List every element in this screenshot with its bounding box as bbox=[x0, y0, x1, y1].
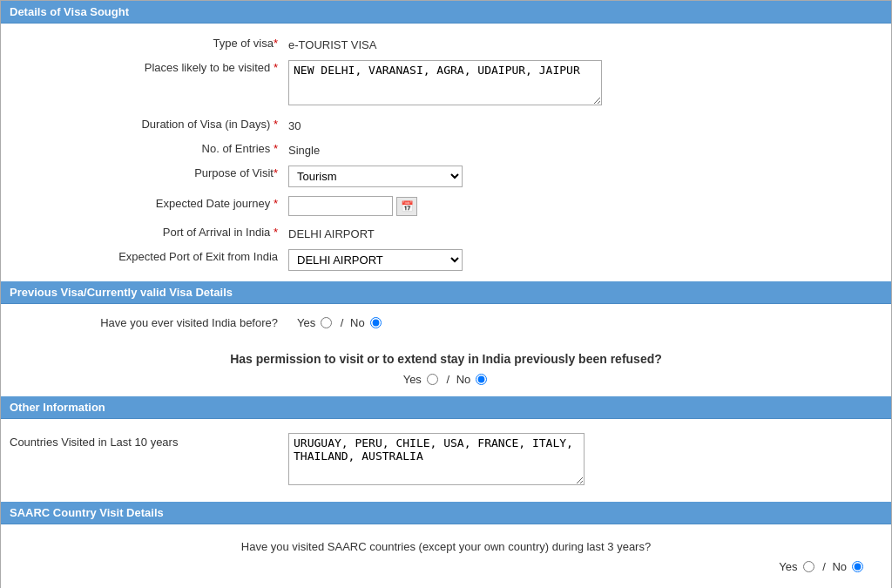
type-of-visa-label: Type of visa* bbox=[10, 34, 288, 50]
visa-details-body: Type of visa* e-TOURIST VISA Places like… bbox=[1, 24, 891, 281]
entries-label: No. of Entries * bbox=[10, 139, 288, 155]
duration-value: 30 bbox=[288, 115, 882, 132]
saarc-body: Have you visited SAARC countries (except… bbox=[1, 524, 891, 588]
journey-date-value: 11/04/2016 📅 bbox=[288, 194, 882, 216]
purpose-value: Tourism Business Medical Conference bbox=[288, 164, 882, 187]
entries-row: No. of Entries * Single bbox=[1, 136, 891, 160]
refused-yes-radio[interactable] bbox=[427, 374, 438, 385]
saarc-title: SAARC Country Visit Details bbox=[10, 506, 164, 519]
visa-details-title: Details of Visa Sought bbox=[10, 5, 129, 18]
calendar-button[interactable]: 📅 bbox=[396, 197, 417, 216]
countries-textarea[interactable]: URUGUAY, PERU, CHILE, USA, FRANCE, ITALY… bbox=[288, 433, 585, 485]
visited-india-row: Have you ever visited India before? Yes … bbox=[1, 311, 891, 335]
calendar-icon: 📅 bbox=[401, 200, 414, 213]
visited-india-no-radio[interactable] bbox=[370, 317, 382, 328]
purpose-select[interactable]: Tourism Business Medical Conference bbox=[288, 166, 463, 187]
countries-label: Countries Visited in Last 10 years bbox=[10, 433, 288, 449]
visa-details-header: Details of Visa Sought bbox=[1, 1, 891, 24]
countries-value: URUGUAY, PERU, CHILE, USA, FRANCE, ITALY… bbox=[288, 433, 585, 488]
refused-no-radio[interactable] bbox=[476, 374, 487, 385]
places-textarea[interactable]: NEW DELHI, VARANASI, AGRA, UDAIPUR, JAIP… bbox=[288, 60, 602, 105]
entries-value: Single bbox=[288, 139, 882, 157]
other-info-body: Countries Visited in Last 10 years URUGU… bbox=[1, 419, 891, 502]
port-exit-label: Expected Port of Exit from India bbox=[10, 247, 288, 263]
previous-visa-header: Previous Visa/Currently valid Visa Detai… bbox=[1, 281, 891, 304]
previous-visa-body: Have you ever visited India before? Yes … bbox=[1, 304, 891, 341]
port-arrival-label: Port of Arrival in India * bbox=[10, 223, 288, 239]
saarc-header: SAARC Country Visit Details bbox=[1, 502, 891, 524]
places-label: Places likely to be visited * bbox=[10, 58, 288, 74]
saarc-radios: Yes / No bbox=[1, 557, 891, 582]
visited-india-yes-radio[interactable] bbox=[321, 317, 332, 328]
port-exit-row: Expected Port of Exit from India DELHI A… bbox=[1, 244, 891, 274]
visited-india-label: Have you ever visited India before? bbox=[10, 316, 288, 329]
saarc-question: Have you visited SAARC countries (except… bbox=[1, 531, 891, 557]
port-arrival-row: Port of Arrival in India * DELHI AIRPORT bbox=[1, 220, 891, 244]
date-wrapper: 11/04/2016 📅 bbox=[288, 196, 882, 216]
type-of-visa-row: Type of visa* e-TOURIST VISA bbox=[1, 30, 891, 55]
other-info-title: Other Information bbox=[10, 401, 105, 414]
duration-row: Duration of Visa (in Days) * 30 bbox=[1, 112, 891, 136]
journey-date-input[interactable]: 11/04/2016 bbox=[288, 196, 393, 216]
places-value: NEW DELHI, VARANASI, AGRA, UDAIPUR, JAIP… bbox=[288, 58, 882, 108]
port-exit-select[interactable]: DELHI AIRPORT MUMBAI AIRPORT CHENNAI AIR… bbox=[288, 249, 463, 271]
places-row: Places likely to be visited * NEW DELHI,… bbox=[1, 55, 891, 112]
saarc-no-radio[interactable] bbox=[852, 561, 863, 572]
journey-date-label: Expected Date journey * bbox=[10, 194, 288, 210]
port-arrival-value: DELHI AIRPORT bbox=[288, 223, 882, 240]
previous-visa-title: Previous Visa/Currently valid Visa Detai… bbox=[10, 286, 233, 299]
journey-date-row: Expected Date journey * 11/04/2016 📅 bbox=[1, 191, 891, 220]
refused-question: Has permission to visit or to extend sta… bbox=[1, 341, 891, 369]
purpose-row: Purpose of Visit* Tourism Business Medic… bbox=[1, 160, 891, 191]
saarc-yes-radio[interactable] bbox=[803, 561, 814, 572]
type-of-visa-value: e-TOURIST VISA bbox=[288, 34, 882, 51]
visited-india-radios: Yes / No bbox=[288, 316, 383, 329]
refused-radios: Yes / No bbox=[1, 369, 891, 396]
countries-row: Countries Visited in Last 10 years URUGU… bbox=[1, 426, 891, 495]
port-exit-value: DELHI AIRPORT MUMBAI AIRPORT CHENNAI AIR… bbox=[288, 247, 882, 271]
duration-label: Duration of Visa (in Days) * bbox=[10, 115, 288, 131]
other-info-header: Other Information bbox=[1, 396, 891, 419]
purpose-label: Purpose of Visit* bbox=[10, 164, 288, 179]
